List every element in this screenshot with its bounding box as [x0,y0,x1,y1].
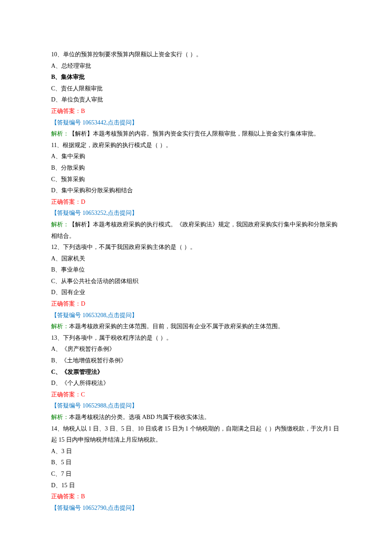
correct-answer: 正确答案：C [51,389,341,401]
option-b: B、集体审批 [51,72,341,83]
analysis-label: 解析： [51,414,69,420]
option-b: B、5 日 [51,457,341,468]
option-c: C、《发票管理法》 [51,367,341,378]
option-b: B、事业单位 [51,264,341,276]
option-b: B、分散采购 [51,162,341,174]
analysis-label: 解析： [51,130,69,137]
option-a: A、总经理审批 [51,61,341,72]
correct-answer: 正确答案：D [51,298,341,310]
question-link[interactable]: 【答疑编号 10652988,点击提问】 [51,400,341,412]
document-content: 10、单位的预算控制要求预算内限额以上资金实行（ ）。 A、总经理审批 B、集体… [51,49,341,514]
question-13: 13、下列各项中，属于税收程序法的是（ ）。 A、《房产税暂行条例》 B、《土地… [51,332,341,423]
option-d: D、国有企业 [51,287,341,298]
analysis-text: 【解析】本题考核政府采购的执行模式。《政府采购法》规定，我国政府采购实行集中采购… [51,221,337,239]
option-a: A、《房产税暂行条例》 [51,344,341,355]
analysis-label: 解析： [51,323,69,330]
option-c: C、责任人限额审批 [51,83,341,95]
option-a: A、集中采购 [51,151,341,162]
analysis: 解析：【解析】本题考核政府采购的执行模式。《政府采购法》规定，我国政府采购实行集… [51,219,341,242]
analysis-text: 【解析】本题考核预算的内容。预算内资金实行责任人限额审批，限额以上资金实行集体审… [69,130,320,137]
analysis: 解析：本题考核税法的分类。选项 ABD 均属于税收实体法。 [51,412,341,423]
analysis: 解析：本题考核政府采购的主体范围。目前，我国国有企业不属于政府采购的主体范围。 [51,321,341,332]
option-c: C、从事公共社会活动的团体组织 [51,276,341,287]
analysis-text: 本题考核政府采购的主体范围。目前，我国国有企业不属于政府采购的主体范围。 [69,323,284,330]
question-text: 12、下列选项中，不属于我国政府采购主体的是（ ）。 [51,242,341,253]
analysis-text: 本题考核税法的分类。选项 ABD 均属于税收实体法。 [69,414,210,420]
question-text: 10、单位的预算控制要求预算内限额以上资金实行（ ）。 [51,49,341,61]
option-c: C、预算采购 [51,174,341,185]
correct-answer: 正确答案：D [51,197,341,208]
option-a: A、3 日 [51,446,341,457]
question-text: 13、下列各项中，属于税收程序法的是（ ）。 [51,332,341,344]
question-link[interactable]: 【答疑编号 10653208,点击提问】 [51,310,341,321]
correct-answer: 正确答案：B [51,491,341,503]
question-14: 14、纳税人以 1 日、3 日、5 日、10 日或者 15 日为 1 个纳税期的… [51,423,341,514]
question-11: 11、根据规定，政府采购的执行模式是（ ）。 A、集中采购 B、分散采购 C、预… [51,140,341,242]
analysis: 解析：【解析】本题考核预算的内容。预算内资金实行责任人限额审批，限额以上资金实行… [51,128,341,140]
option-d: D、15 日 [51,480,341,491]
option-b: B、《土地增值税暂行条例》 [51,355,341,367]
question-link[interactable]: 【答疑编号 10652790,点击提问】 [51,503,341,514]
question-link[interactable]: 【答疑编号 10653442,点击提问】 [51,117,341,129]
question-12: 12、下列选项中，不属于我国政府采购主体的是（ ）。 A、国家机关 B、事业单位… [51,242,341,332]
option-c: C、7 日 [51,468,341,480]
correct-answer: 正确答案：B [51,106,341,117]
option-d: D、《个人所得税法》 [51,378,341,389]
question-text: 11、根据规定，政府采购的执行模式是（ ）。 [51,140,341,151]
question-link[interactable]: 【答疑编号 10653252,点击提问】 [51,208,341,219]
analysis-label: 解析： [51,221,69,228]
option-a: A、国家机关 [51,253,341,265]
question-10: 10、单位的预算控制要求预算内限额以上资金实行（ ）。 A、总经理审批 B、集体… [51,49,341,140]
question-text: 14、纳税人以 1 日、3 日、5 日、10 日或者 15 日为 1 个纳税期的… [51,423,341,446]
option-d: D、集中采购和分散采购相结合 [51,185,341,197]
option-d: D、单位负责人审批 [51,94,341,106]
